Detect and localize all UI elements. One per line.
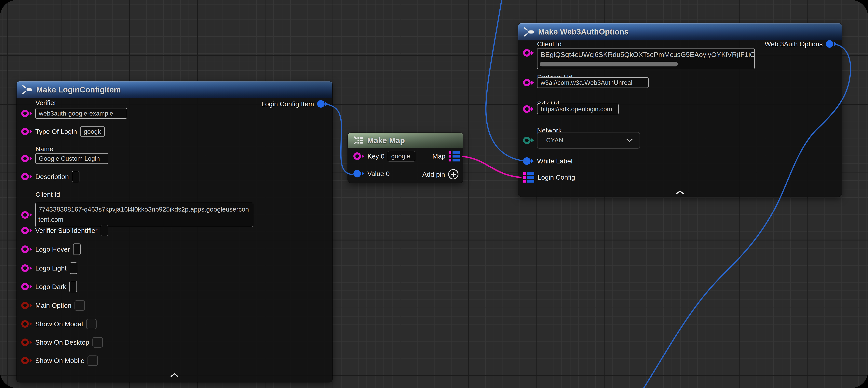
blueprint-graph-canvas[interactable]: Make LoginConfigItem Login Config Item V… bbox=[0, 0, 868, 388]
add-pin-row[interactable]: Add pin bbox=[422, 167, 459, 182]
field-label-client-id: Client Id bbox=[537, 40, 562, 48]
struct-output-pin[interactable] bbox=[317, 100, 328, 108]
redirect-url-input[interactable] bbox=[537, 77, 649, 88]
string-pin-description[interactable] bbox=[21, 173, 32, 180]
pin-row-name bbox=[21, 151, 108, 166]
string-pin-redirect-url[interactable] bbox=[523, 79, 534, 86]
pin-row-value-0: Value 0 bbox=[353, 166, 390, 181]
string-pin-type-of-login[interactable] bbox=[21, 128, 32, 135]
field-label-key-0: Key 0 bbox=[367, 152, 384, 160]
node-title: Make LoginConfigItem bbox=[36, 85, 121, 94]
bool-pin-show-on-mobile[interactable] bbox=[21, 357, 32, 364]
pin-row-key-0: Key 0 bbox=[353, 149, 415, 163]
string-pin-logo-hover[interactable] bbox=[21, 245, 32, 253]
string-pin-verifier[interactable] bbox=[21, 110, 32, 117]
add-pin-label: Add pin bbox=[422, 171, 445, 178]
pin-row-logo-light: Logo Light bbox=[21, 261, 77, 276]
string-pin-logo-light[interactable] bbox=[21, 264, 32, 272]
node-make-loginconfigitem[interactable]: Make LoginConfigItem Login Config Item V… bbox=[17, 82, 332, 382]
field-label-type-of-login: Type Of Login bbox=[35, 128, 77, 136]
bool-pin-main-option[interactable] bbox=[21, 302, 32, 309]
pin-row-network: CYAN bbox=[523, 132, 640, 149]
field-label-verifier-sub-identifier: Verifier Sub Identifier bbox=[35, 227, 98, 234]
pin-row-sdk-url bbox=[523, 101, 619, 117]
node-title: Make Web3AuthOptions bbox=[538, 27, 628, 36]
field-label-value-0: Value 0 bbox=[367, 170, 390, 178]
map-pin-login-config[interactable] bbox=[523, 172, 534, 183]
description-input[interactable] bbox=[72, 171, 80, 182]
network-dropdown-value: CYAN bbox=[546, 137, 563, 144]
string-pin-sdk-url[interactable] bbox=[523, 105, 534, 113]
show-on-modal-checkbox[interactable] bbox=[86, 319, 97, 329]
enum-pin-network[interactable] bbox=[523, 137, 534, 144]
collapse-chevron-icon[interactable] bbox=[676, 190, 684, 195]
client-id-scrollbar[interactable] bbox=[540, 62, 678, 66]
bool-pin-show-on-desktop[interactable] bbox=[21, 338, 32, 346]
key-0-input[interactable] bbox=[388, 151, 415, 161]
type-of-login-input[interactable] bbox=[80, 126, 105, 137]
pin-row-verifier-sub-identifier: Verifier Sub Identifier bbox=[21, 223, 108, 238]
pin-row-show-on-desktop: Show On Desktop bbox=[21, 335, 103, 350]
struct-output-pin[interactable] bbox=[826, 40, 837, 48]
field-label-client-id: Client Id bbox=[35, 190, 60, 198]
pin-row-white-label: White Label bbox=[523, 154, 572, 169]
string-pin-key-0[interactable] bbox=[353, 152, 364, 160]
logo-light-input[interactable] bbox=[70, 262, 77, 274]
pin-row-main-option: Main Option bbox=[21, 298, 85, 313]
pin-row-client-id bbox=[523, 46, 534, 60]
output-pin-label: Web 3Auth Options bbox=[765, 40, 823, 48]
network-dropdown[interactable]: CYAN bbox=[537, 132, 640, 149]
struct-pin-value-0[interactable] bbox=[353, 170, 364, 177]
logo-hover-input[interactable] bbox=[73, 243, 81, 255]
field-label-main-option: Main Option bbox=[35, 302, 71, 309]
field-label-logo-dark: Logo Dark bbox=[35, 283, 66, 291]
pin-row-web3auth-options-output: Web 3Auth Options bbox=[765, 36, 837, 52]
string-pin-client-id[interactable] bbox=[21, 211, 32, 219]
string-pin-verifier-sub-identifier[interactable] bbox=[21, 227, 32, 234]
verifier-input[interactable] bbox=[35, 108, 127, 119]
string-pin-name[interactable] bbox=[21, 155, 32, 162]
make-map-icon bbox=[353, 135, 364, 146]
node-header-make-loginconfigitem[interactable]: Make LoginConfigItem bbox=[17, 82, 332, 98]
node-title: Make Map bbox=[367, 136, 405, 145]
pin-row-verifier bbox=[21, 106, 127, 121]
field-label-logo-light: Logo Light bbox=[35, 264, 67, 272]
node-make-map[interactable]: Make Map Key 0 Map Value 0 Add pin bbox=[348, 133, 463, 183]
output-pin-label: Map bbox=[432, 152, 445, 160]
make-struct-icon bbox=[22, 84, 33, 95]
chevron-down-icon bbox=[626, 139, 633, 142]
struct-pin-white-label[interactable] bbox=[523, 157, 534, 165]
logo-dark-input[interactable] bbox=[69, 281, 77, 292]
output-pin-label: Login Config Item bbox=[261, 100, 314, 108]
field-label-show-on-mobile: Show On Mobile bbox=[35, 357, 84, 364]
field-label-description: Description bbox=[35, 173, 69, 181]
node-make-web3authoptions[interactable]: Make Web3AuthOptions Web 3Auth Options C… bbox=[518, 23, 842, 197]
name-input[interactable] bbox=[35, 153, 108, 164]
wire-map-to-login-config[interactable] bbox=[462, 156, 522, 177]
sdk-url-input[interactable] bbox=[537, 104, 619, 114]
pin-row-show-on-mobile: Show On Mobile bbox=[21, 353, 98, 368]
pin-row-type-of-login: Type Of Login bbox=[21, 124, 105, 139]
field-label-show-on-desktop: Show On Desktop bbox=[35, 338, 89, 346]
pin-row-show-on-modal: Show On Modal bbox=[21, 317, 97, 331]
node-header-make-map[interactable]: Make Map bbox=[348, 133, 463, 148]
bool-pin-show-on-modal[interactable] bbox=[21, 320, 32, 328]
make-struct-icon bbox=[524, 26, 534, 37]
collapse-chevron-icon[interactable] bbox=[170, 373, 179, 378]
string-pin-client-id[interactable] bbox=[523, 49, 534, 57]
field-label-white-label: White Label bbox=[537, 157, 572, 165]
field-label-show-on-modal: Show On Modal bbox=[35, 320, 83, 328]
add-pin-plus-icon[interactable] bbox=[448, 169, 459, 179]
verifier-sub-identifier-input[interactable] bbox=[101, 225, 108, 236]
show-on-mobile-checkbox[interactable] bbox=[88, 355, 98, 366]
pin-row-description: Description bbox=[21, 169, 80, 184]
map-output-pin[interactable] bbox=[448, 151, 460, 161]
pin-row-login-config: Login Config bbox=[523, 170, 575, 185]
field-label-logo-hover: Logo Hover bbox=[35, 245, 70, 253]
field-label-verifier: Verifier bbox=[35, 99, 56, 107]
field-label-login-config: Login Config bbox=[537, 174, 575, 181]
show-on-desktop-checkbox[interactable] bbox=[92, 337, 103, 348]
pin-row-map-output: Map bbox=[432, 149, 460, 163]
main-option-checkbox[interactable] bbox=[74, 300, 85, 311]
string-pin-logo-dark[interactable] bbox=[21, 283, 32, 290]
